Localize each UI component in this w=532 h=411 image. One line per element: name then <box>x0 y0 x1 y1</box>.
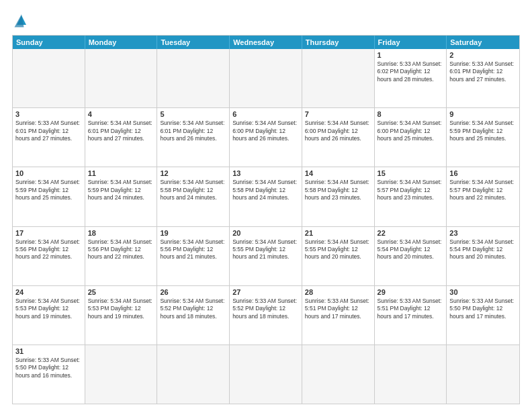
day-info: Sunrise: 5:34 AM Sunset: 5:59 PM Dayligh… <box>15 179 82 201</box>
page: SundayMondayTuesdayWednesdayThursdayFrid… <box>0 0 532 411</box>
day-number: 25 <box>88 288 154 296</box>
calendar-cell <box>230 345 302 404</box>
calendar-cell: 30Sunrise: 5:33 AM Sunset: 5:50 PM Dayli… <box>447 286 519 345</box>
header <box>12 11 520 30</box>
calendar-row-2: 10Sunrise: 5:34 AM Sunset: 5:59 PM Dayli… <box>13 167 519 226</box>
calendar-cell <box>302 345 375 404</box>
calendar-cell <box>447 345 519 404</box>
day-number: 21 <box>305 229 371 237</box>
calendar-cell: 28Sunrise: 5:33 AM Sunset: 5:51 PM Dayli… <box>302 286 375 345</box>
logo <box>12 11 34 30</box>
generalblue-logo-icon <box>12 11 31 30</box>
calendar-cell <box>13 49 85 107</box>
day-info: Sunrise: 5:33 AM Sunset: 5:51 PM Dayligh… <box>305 298 371 320</box>
calendar-cell: 22Sunrise: 5:34 AM Sunset: 5:54 PM Dayli… <box>375 227 447 285</box>
day-number: 4 <box>88 110 154 118</box>
header-day-wednesday: Wednesday <box>230 36 302 49</box>
day-number: 11 <box>88 169 154 177</box>
day-info: Sunrise: 5:33 AM Sunset: 6:01 PM Dayligh… <box>15 120 82 142</box>
day-number: 3 <box>15 110 82 118</box>
calendar-cell: 12Sunrise: 5:34 AM Sunset: 5:58 PM Dayli… <box>157 167 230 226</box>
day-number: 28 <box>305 288 371 296</box>
calendar-cell <box>375 345 447 404</box>
header-day-tuesday: Tuesday <box>157 36 230 49</box>
day-info: Sunrise: 5:34 AM Sunset: 5:58 PM Dayligh… <box>305 179 371 201</box>
calendar-row-3: 17Sunrise: 5:34 AM Sunset: 5:56 PM Dayli… <box>13 226 519 285</box>
day-info: Sunrise: 5:33 AM Sunset: 5:52 PM Dayligh… <box>232 298 299 320</box>
calendar-cell: 25Sunrise: 5:34 AM Sunset: 5:53 PM Dayli… <box>85 286 158 345</box>
day-info: Sunrise: 5:34 AM Sunset: 6:00 PM Dayligh… <box>378 120 444 142</box>
calendar-cell: 5Sunrise: 5:34 AM Sunset: 6:01 PM Daylig… <box>157 108 230 167</box>
day-info: Sunrise: 5:34 AM Sunset: 5:57 PM Dayligh… <box>449 179 517 201</box>
calendar-row-4: 24Sunrise: 5:34 AM Sunset: 5:53 PM Dayli… <box>13 285 519 345</box>
calendar-cell: 9Sunrise: 5:34 AM Sunset: 5:59 PM Daylig… <box>447 108 519 167</box>
day-info: Sunrise: 5:34 AM Sunset: 5:53 PM Dayligh… <box>15 298 82 320</box>
day-number: 31 <box>15 347 82 355</box>
calendar-cell: 23Sunrise: 5:34 AM Sunset: 5:54 PM Dayli… <box>447 227 519 285</box>
calendar-cell <box>302 49 375 107</box>
day-number: 30 <box>449 288 517 296</box>
calendar: SundayMondayTuesdayWednesdayThursdayFrid… <box>12 35 520 404</box>
day-number: 9 <box>449 110 517 118</box>
calendar-header: SundayMondayTuesdayWednesdayThursdayFrid… <box>13 36 519 49</box>
day-info: Sunrise: 5:34 AM Sunset: 5:54 PM Dayligh… <box>378 238 444 261</box>
day-number: 24 <box>15 288 82 296</box>
day-number: 23 <box>449 229 517 237</box>
day-info: Sunrise: 5:34 AM Sunset: 5:58 PM Dayligh… <box>160 179 226 201</box>
calendar-cell: 31Sunrise: 5:33 AM Sunset: 5:50 PM Dayli… <box>13 345 85 404</box>
day-number: 6 <box>232 110 299 118</box>
day-number: 13 <box>232 169 299 177</box>
calendar-cell: 10Sunrise: 5:34 AM Sunset: 5:59 PM Dayli… <box>13 167 85 226</box>
calendar-row-0: 1Sunrise: 5:33 AM Sunset: 6:02 PM Daylig… <box>13 49 519 107</box>
day-info: Sunrise: 5:34 AM Sunset: 5:59 PM Dayligh… <box>449 120 517 142</box>
day-number: 18 <box>88 229 154 237</box>
header-day-thursday: Thursday <box>302 36 375 49</box>
header-day-monday: Monday <box>85 36 158 49</box>
calendar-cell: 11Sunrise: 5:34 AM Sunset: 5:59 PM Dayli… <box>85 167 158 226</box>
calendar-cell: 3Sunrise: 5:33 AM Sunset: 6:01 PM Daylig… <box>13 108 85 167</box>
calendar-cell: 21Sunrise: 5:34 AM Sunset: 5:55 PM Dayli… <box>302 227 375 285</box>
calendar-cell: 2Sunrise: 5:33 AM Sunset: 6:01 PM Daylig… <box>447 49 519 107</box>
calendar-cell: 1Sunrise: 5:33 AM Sunset: 6:02 PM Daylig… <box>375 49 447 107</box>
calendar-cell: 7Sunrise: 5:34 AM Sunset: 6:00 PM Daylig… <box>302 108 375 167</box>
calendar-cell: 17Sunrise: 5:34 AM Sunset: 5:56 PM Dayli… <box>13 227 85 285</box>
day-number: 14 <box>305 169 371 177</box>
calendar-cell <box>230 49 302 107</box>
header-day-friday: Friday <box>375 36 447 49</box>
calendar-cell <box>85 49 158 107</box>
day-number: 5 <box>160 110 226 118</box>
day-number: 15 <box>378 169 444 177</box>
calendar-cell: 13Sunrise: 5:34 AM Sunset: 5:58 PM Dayli… <box>230 167 302 226</box>
day-info: Sunrise: 5:34 AM Sunset: 5:57 PM Dayligh… <box>378 179 444 201</box>
day-info: Sunrise: 5:34 AM Sunset: 5:53 PM Dayligh… <box>88 298 154 320</box>
day-number: 10 <box>15 169 82 177</box>
day-number: 22 <box>378 229 444 237</box>
calendar-cell: 18Sunrise: 5:34 AM Sunset: 5:56 PM Dayli… <box>85 227 158 285</box>
calendar-cell <box>85 345 158 404</box>
calendar-cell: 29Sunrise: 5:33 AM Sunset: 5:51 PM Dayli… <box>375 286 447 345</box>
calendar-cell <box>157 345 230 404</box>
day-number: 29 <box>378 288 444 296</box>
day-info: Sunrise: 5:34 AM Sunset: 6:01 PM Dayligh… <box>160 120 226 142</box>
day-number: 19 <box>160 229 226 237</box>
calendar-cell: 16Sunrise: 5:34 AM Sunset: 5:57 PM Dayli… <box>447 167 519 226</box>
day-info: Sunrise: 5:34 AM Sunset: 5:59 PM Dayligh… <box>88 179 154 201</box>
day-info: Sunrise: 5:34 AM Sunset: 6:00 PM Dayligh… <box>232 120 299 142</box>
header-day-sunday: Sunday <box>13 36 85 49</box>
calendar-cell: 8Sunrise: 5:34 AM Sunset: 6:00 PM Daylig… <box>375 108 447 167</box>
day-number: 12 <box>160 169 226 177</box>
day-number: 17 <box>15 229 82 237</box>
day-info: Sunrise: 5:34 AM Sunset: 6:00 PM Dayligh… <box>305 120 371 142</box>
calendar-cell: 15Sunrise: 5:34 AM Sunset: 5:57 PM Dayli… <box>375 167 447 226</box>
day-info: Sunrise: 5:34 AM Sunset: 5:55 PM Dayligh… <box>232 238 299 261</box>
calendar-cell: 4Sunrise: 5:34 AM Sunset: 6:01 PM Daylig… <box>85 108 158 167</box>
day-number: 20 <box>232 229 299 237</box>
calendar-cell: 27Sunrise: 5:33 AM Sunset: 5:52 PM Dayli… <box>230 286 302 345</box>
day-info: Sunrise: 5:34 AM Sunset: 5:55 PM Dayligh… <box>305 238 371 261</box>
day-info: Sunrise: 5:33 AM Sunset: 5:51 PM Dayligh… <box>378 298 444 320</box>
day-number: 1 <box>378 51 444 59</box>
calendar-row-1: 3Sunrise: 5:33 AM Sunset: 6:01 PM Daylig… <box>13 107 519 167</box>
day-info: Sunrise: 5:34 AM Sunset: 5:54 PM Dayligh… <box>449 238 517 261</box>
calendar-row-5: 31Sunrise: 5:33 AM Sunset: 5:50 PM Dayli… <box>13 345 519 404</box>
calendar-cell: 20Sunrise: 5:34 AM Sunset: 5:55 PM Dayli… <box>230 227 302 285</box>
